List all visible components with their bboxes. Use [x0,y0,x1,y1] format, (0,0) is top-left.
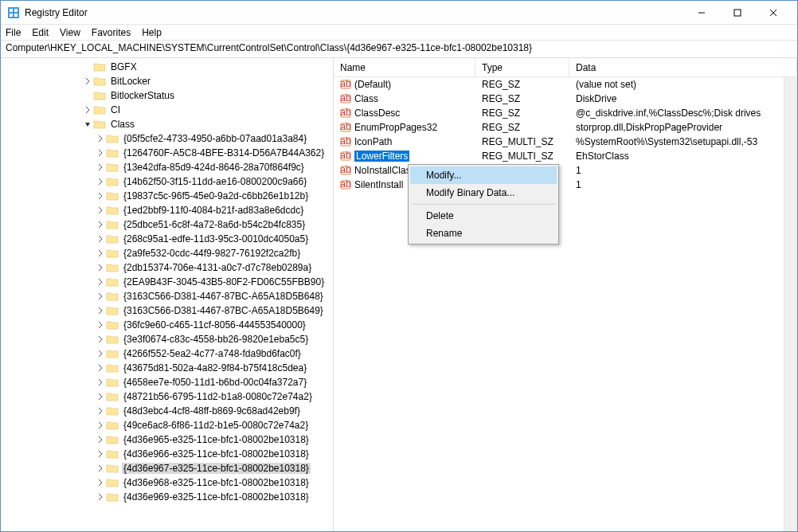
chevron-right-icon[interactable] [95,334,106,345]
tree-item[interactable]: {2EA9B43F-3045-43B5-80F2-FD06C55FBB90} [1,275,333,289]
chevron-right-icon[interactable] [95,477,106,488]
chevron-right-icon[interactable] [95,377,106,388]
chevron-right-icon[interactable] [95,219,106,230]
value-row[interactable]: abEnumPropPages32REG_SZstorprop.dll,Disk… [334,120,797,135]
tree-item[interactable]: {48d3ebc4-4cf8-48ff-b869-9c68ad42eb9f} [1,404,333,418]
chevron-right-icon[interactable] [95,362,106,374]
tree-item[interactable]: {25dbce51-6c8f-4a72-8a6d-b54c2b4fc835} [1,217,333,232]
folder-icon [93,90,106,101]
value-data: (value not set) [569,78,797,91]
value-row[interactable]: abIconPathREG_MULTI_SZ%SystemRoot%\Syste… [334,135,797,149]
tree-item[interactable]: {49ce6ac8-6f86-11d2-b1e5-0080c72e74a2} [1,418,333,432]
chevron-right-icon[interactable] [95,262,106,273]
tree-item-label: {4658ee7e-f050-11d1-b6bd-00c04fa372a7} [122,377,308,388]
tree-item[interactable]: BitlockerStatus [1,88,333,103]
value-row[interactable]: abClassDescREG_SZ@c_diskdrive.inf,%Class… [334,106,797,120]
tree-item[interactable]: {13e42dfa-85d9-424d-8646-28a70f864f9c} [1,160,333,174]
tree-item[interactable]: {1ed2bbf9-11f0-4084-b21f-ad83a8e6dcdc} [1,203,333,217]
chevron-right-icon[interactable] [95,147,106,158]
value-row[interactable]: abLowerFiltersREG_MULTI_SZEhStorClass [334,149,797,163]
tree-item[interactable]: {14b62f50-3f15-11dd-ae16-0800200c9a66} [1,174,333,189]
string-value-icon: ab [340,122,351,133]
tree-item[interactable]: BGFX [1,60,333,74]
chevron-right-icon[interactable] [82,76,93,87]
tree-item[interactable]: {05f5cfe2-4733-4950-a6bb-07aad01a3a84} [1,131,333,146]
menu-edit[interactable]: Edit [32,27,49,38]
chevron-right-icon[interactable] [95,491,106,503]
folder-icon [106,348,119,359]
chevron-right-icon[interactable] [95,176,106,187]
chevron-right-icon[interactable] [95,205,106,216]
value-row[interactable]: abSilentInstallREG_SZ1 [334,178,797,192]
context-modify-binary[interactable]: Modify Binary Data... [410,184,557,201]
chevron-right-icon[interactable] [95,463,106,474]
tree-item[interactable]: {1264760F-A5C8-4BFE-B314-D56A7B44A362} [1,146,333,160]
chevron-right-icon[interactable] [95,405,106,417]
menu-view[interactable]: View [60,27,80,38]
tree-item[interactable]: CI [1,103,333,117]
tree-item-label: {3163C566-D381-4467-87BC-A65A18D5B649} [122,305,325,316]
context-delete[interactable]: Delete [410,207,557,225]
chevron-right-icon[interactable] [82,104,93,115]
string-value-icon: ab [340,108,351,119]
tree-item[interactable]: {19837c5c-96f5-45e0-9a2d-c6bb26e1b12b} [1,189,333,203]
context-modify[interactable]: Modify... [410,166,557,184]
menu-favorites[interactable]: Favorites [92,27,131,38]
tree-item[interactable]: {4d36e966-e325-11ce-bfc1-08002be10318} [1,447,333,461]
chevron-right-icon[interactable] [95,420,106,431]
tree-item[interactable]: {2db15374-706e-4131-a0c7-d7c78eb0289a} [1,260,333,275]
address-input[interactable] [6,42,792,53]
tree-item[interactable]: {3e3f0674-c83c-4558-bb26-9820e1eba5c5} [1,332,333,346]
tree-item[interactable]: {4d36e965-e325-11ce-bfc1-08002be10318} [1,432,333,447]
tree-item[interactable]: {4d36e967-e325-11ce-bfc1-08002be10318} [1,461,333,475]
tree-item[interactable]: {4d36e968-e325-11ce-bfc1-08002be10318} [1,475,333,490]
value-name: SilentInstall [354,179,403,190]
tree-pane[interactable]: BGFXBitLockerBitlockerStatusCIClass{05f5… [1,58,334,532]
chevron-right-icon[interactable] [95,391,106,402]
tree-item[interactable]: {268c95a1-edfe-11d3-95c3-0010dc4050a5} [1,232,333,246]
chevron-right-icon[interactable] [95,448,106,460]
chevron-right-icon[interactable] [95,162,106,173]
chevron-right-icon[interactable] [95,190,106,201]
menu-file[interactable]: File [6,27,21,38]
tree-item-label: {13e42dfa-85d9-424d-8646-28a70f864f9c} [122,162,306,173]
value-row[interactable]: abClassREG_SZDiskDrive [334,92,797,106]
values-scrollbar[interactable] [784,77,797,532]
tree-item[interactable]: {3163C566-D381-4467-87BC-A65A18D5B649} [1,303,333,318]
tree-item[interactable]: {3163C566-D381-4467-87BC-A65A18D5B648} [1,289,333,303]
tree-item[interactable]: {36fc9e60-c465-11cf-8056-444553540000} [1,318,333,332]
chevron-right-icon[interactable] [95,248,106,259]
tree-item[interactable]: BitLocker [1,74,333,88]
tree-item[interactable]: {2a9fe532-0cdc-44f9-9827-76192f2ca2fb} [1,246,333,260]
chevron-right-icon[interactable] [95,348,106,359]
chevron-right-icon[interactable] [95,291,106,302]
value-row[interactable]: abNoInstallClassREG_SZ1 [334,163,797,178]
maximize-button[interactable] [719,2,755,24]
tree-item[interactable]: {4266f552-5ea2-4c77-a748-fda9bd6fac0f} [1,346,333,361]
chevron-right-icon[interactable] [95,276,106,288]
tree-item[interactable]: {43675d81-502a-4a82-9f84-b75f418c5dea} [1,361,333,375]
tree-item-label: {43675d81-502a-4a82-9f84-b75f418c5dea} [122,362,308,374]
value-row[interactable]: ab(Default)REG_SZ(value not set) [334,77,797,92]
folder-icon [106,147,119,158]
chevron-down-icon[interactable] [82,119,93,130]
tree-item[interactable]: {4658ee7e-f050-11d1-b6bd-00c04fa372a7} [1,375,333,389]
chevron-right-icon[interactable] [95,434,106,445]
minimize-button[interactable] [683,2,719,24]
tree-item[interactable]: {4d36e969-e325-11ce-bfc1-08002be10318} [1,490,333,504]
tree-item-label: {25dbce51-6c8f-4a72-8a6d-b54c2b4fc835} [122,219,307,230]
values-list[interactable]: ab(Default)REG_SZ(value not set)abClassR… [334,77,797,532]
tree-item[interactable]: Class [1,117,333,131]
menu-help[interactable]: Help [142,27,162,38]
context-rename[interactable]: Rename [410,225,557,242]
column-header-name[interactable]: Name [334,58,475,76]
tree-item[interactable]: {48721b56-6795-11d2-b1a8-0080c72e74a2} [1,389,333,404]
svg-text:ab: ab [340,122,351,132]
close-button[interactable] [755,2,791,24]
column-header-type[interactable]: Type [475,58,569,76]
column-header-data[interactable]: Data [569,58,797,76]
chevron-right-icon[interactable] [95,319,106,331]
chevron-right-icon[interactable] [95,233,106,244]
chevron-right-icon[interactable] [95,305,106,316]
chevron-right-icon[interactable] [95,133,106,144]
